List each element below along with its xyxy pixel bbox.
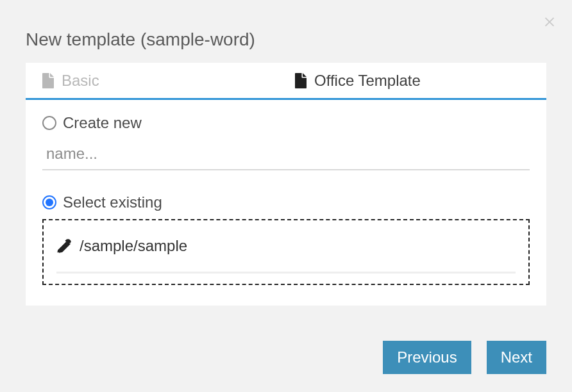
step-sample-data[interactable]: Sample Data [113,63,285,99]
option-create-new-label: Create new [63,114,142,132]
wizard-footer: Previous Next [383,341,546,374]
option-select-existing[interactable]: Select existing [42,193,530,211]
step-basic[interactable]: Basic [41,63,99,99]
step-office-label: Office Template [314,72,421,90]
option-create-new[interactable]: Create new [42,114,530,132]
wizard-steps: Basic Sample Data Office Template [26,63,546,100]
edit-icon [56,238,72,254]
divider [56,272,516,274]
create-name-input[interactable] [42,140,530,170]
database-icon [137,73,151,88]
close-icon[interactable] [543,14,557,31]
radio-create-new[interactable] [42,116,56,130]
next-button[interactable]: Next [487,341,546,374]
file-icon [294,73,308,88]
file-icon [41,73,55,88]
existing-sample-path: /sample/sample [80,237,187,255]
existing-sample-box[interactable]: /sample/sample [42,219,530,285]
radio-select-existing[interactable] [42,195,56,209]
page-title: New template (sample-word) [26,29,255,50]
option-select-existing-label: Select existing [63,193,162,211]
previous-button[interactable]: Previous [383,341,471,374]
step-office-template[interactable]: Office Template [294,63,421,99]
wizard-panel: Basic Sample Data Office Template Create… [26,63,546,306]
step-basic-label: Basic [62,72,99,90]
step-sample-label: Sample Data [158,72,247,90]
